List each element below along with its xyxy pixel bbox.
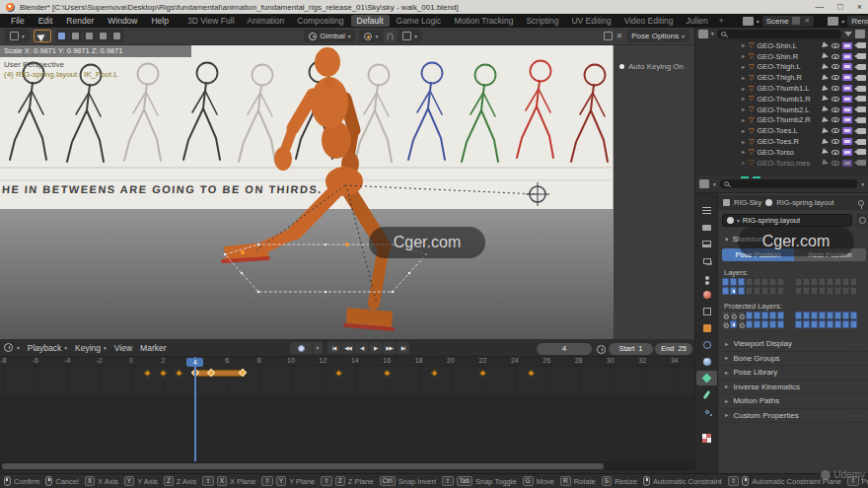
disclosure-icon[interactable]: ►	[741, 128, 749, 134]
outliner-options-icon[interactable]	[855, 30, 865, 38]
layer-toggle[interactable]	[811, 320, 818, 328]
layer-toggle[interactable]	[795, 320, 802, 328]
selectable-icon[interactable]	[822, 63, 829, 70]
layer-toggle[interactable]	[803, 287, 810, 295]
visibility-icon[interactable]	[832, 161, 839, 166]
outliner-row[interactable]: ►▽GEO-Thumb1.R	[695, 94, 868, 105]
viewport-3d[interactable]: HE IN BETWEENS ARE GOING TO BE ON THIRDS…	[0, 45, 694, 339]
outliner-row[interactable]: ►▽GEO-Thigh.R	[695, 72, 868, 83]
orientation-dropdown[interactable]: Gimbal▾	[304, 30, 355, 42]
layer-toggle[interactable]	[819, 312, 826, 319]
layer-toggle[interactable]	[722, 320, 729, 328]
disclosure-icon[interactable]: ►	[741, 160, 749, 166]
layer-toggle[interactable]	[850, 287, 857, 295]
current-frame-line[interactable]	[194, 357, 196, 461]
layer-toggle[interactable]	[738, 278, 745, 286]
layer-toggle[interactable]	[819, 287, 826, 295]
editor-type-icon[interactable]	[699, 179, 709, 188]
display-mode-icon[interactable]	[698, 30, 708, 38]
scene-tab[interactable]	[696, 253, 717, 268]
workspace-tab-game-logic[interactable]: Game Logic	[391, 15, 448, 27]
selectable-icon[interactable]	[822, 53, 829, 60]
pivot-dropdown[interactable]: ▾	[359, 30, 383, 42]
timeline-menu-keying[interactable]: Keying▾	[71, 343, 110, 353]
close-button[interactable]: ×	[857, 2, 862, 12]
menu-help[interactable]: Help	[144, 16, 175, 26]
modifiers-tab[interactable]	[696, 354, 717, 369]
layer-toggle[interactable]	[777, 320, 784, 328]
render-tab[interactable]	[696, 220, 717, 235]
bone-constraints-tab[interactable]	[696, 404, 717, 419]
disclosure-icon[interactable]: ►	[741, 86, 749, 92]
play-button[interactable]: ▶	[369, 342, 382, 354]
pose-options-dropdown[interactable]: Pose Options▾	[626, 30, 689, 42]
screen-icon[interactable]	[842, 160, 852, 167]
render-layer-selector[interactable]: ▾ RenderLayer ✕	[828, 16, 868, 27]
outliner-row[interactable]: ►▽GEO-Torso.mes	[695, 158, 868, 169]
layer-toggle-3[interactable]	[83, 30, 96, 42]
layer-toggle[interactable]	[819, 320, 826, 328]
outliner-row[interactable]: ►▽GEO-Toes.L	[695, 125, 868, 136]
renderability-icon[interactable]	[857, 160, 866, 166]
minimize-button[interactable]: —	[815, 2, 824, 12]
breadcrumb-object[interactable]: RIG-Sky	[734, 198, 761, 207]
new-scene-icon[interactable]	[792, 17, 800, 25]
renderability-icon[interactable]	[857, 86, 866, 92]
visibility-icon[interactable]	[832, 64, 839, 69]
jump-start-button[interactable]: |◀	[327, 342, 340, 354]
layer-toggle[interactable]	[746, 320, 753, 328]
layer-toggle[interactable]	[795, 287, 802, 295]
section-motion-paths[interactable]: ►Motion Paths⋯⋯	[718, 394, 868, 409]
selectable-icon[interactable]	[822, 42, 829, 49]
layer-toggle[interactable]	[803, 278, 810, 286]
filter-icon[interactable]	[844, 32, 852, 36]
outliner-row[interactable]: ►▽GEO-Thumb2.L	[695, 105, 868, 115]
layer-toggle[interactable]	[811, 312, 818, 319]
visibility-icon[interactable]	[832, 43, 839, 48]
keyframe-diamond[interactable]	[431, 369, 438, 376]
editor-type-clock-icon[interactable]	[4, 343, 13, 352]
layer-toggle[interactable]	[730, 320, 737, 328]
section-inverse-kinematics[interactable]: ►Inverse Kinematics⋯⋯	[718, 381, 868, 395]
keyframe-diamond[interactable]	[176, 369, 182, 376]
workspace-tab-default[interactable]: Default	[351, 15, 390, 27]
prev-keyframe-button[interactable]: ◀◀	[341, 342, 354, 354]
section-custom-properties[interactable]: ►Custom Properties⋯⋯	[718, 409, 868, 424]
jump-end-button[interactable]: ▶|	[397, 342, 409, 354]
layer-toggle[interactable]	[795, 312, 802, 319]
renderability-icon[interactable]	[857, 106, 866, 112]
screen-icon[interactable]	[842, 116, 852, 123]
start-frame-field[interactable]: Start1	[609, 343, 653, 355]
outliner-row[interactable]: ►▽GEO-Toes.R	[695, 136, 868, 147]
breadcrumb-data[interactable]: RIG-spring.layout	[776, 198, 833, 207]
armature-data-tab[interactable]	[696, 371, 717, 385]
layer-toggle[interactable]	[842, 312, 849, 319]
outliner-row[interactable]: ►▽GEO-Shin.R	[695, 51, 868, 62]
visibility-icon[interactable]	[832, 139, 839, 144]
layer-toggle-1[interactable]	[55, 30, 68, 42]
layer-toggle[interactable]	[769, 320, 776, 328]
workspace-tab-scripting[interactable]: Scripting	[520, 15, 564, 27]
renderability-icon[interactable]	[857, 149, 866, 155]
visibility-icon[interactable]	[832, 117, 839, 122]
layer-toggle[interactable]	[777, 312, 784, 319]
maximize-button[interactable]: □	[837, 2, 842, 12]
layer-toggle[interactable]	[834, 312, 841, 319]
selected-keyframe-range[interactable]	[192, 370, 247, 377]
object-tab[interactable]	[696, 304, 717, 318]
renderability-icon[interactable]	[857, 139, 866, 145]
workspace-tab-uv-editing[interactable]: UV Editing	[565, 15, 616, 27]
snap-magnet-icon[interactable]	[387, 33, 394, 40]
layer-toggle[interactable]	[769, 287, 776, 295]
layer-toggle[interactable]	[722, 312, 729, 319]
layer-toggle[interactable]	[827, 320, 833, 328]
layer-toggle[interactable]	[746, 278, 753, 286]
section-viewport-display[interactable]: ►Viewport Display⋯⋯	[718, 337, 868, 352]
disclosure-icon[interactable]: ►	[741, 117, 749, 123]
armature-datablock-selector[interactable]: ▾ RIG-spring.layout	[722, 214, 852, 227]
visibility-icon[interactable]	[832, 150, 839, 155]
current-frame-field[interactable]: 4	[537, 343, 592, 355]
layer-toggle[interactable]	[761, 320, 768, 328]
visibility-icon[interactable]	[832, 107, 839, 112]
layer-toggle[interactable]	[827, 278, 833, 286]
